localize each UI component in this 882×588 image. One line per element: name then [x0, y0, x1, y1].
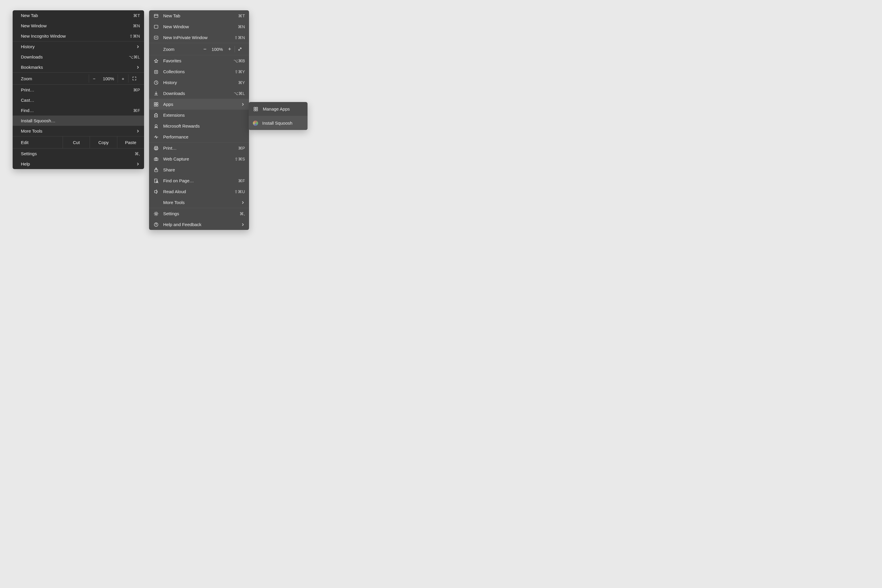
menu-item-cast[interactable]: Cast…	[13, 95, 144, 105]
label: Favorites	[163, 58, 233, 63]
shortcut: ⇧⌘N	[234, 35, 245, 40]
menu-item-share[interactable]: Share	[149, 164, 249, 175]
shortcut: ⌥⌘L	[129, 55, 140, 59]
label: Find on Page…	[163, 178, 238, 183]
camera-icon	[153, 156, 159, 162]
label: New InPrivate Window	[163, 35, 234, 40]
extensions-icon	[153, 112, 159, 118]
menu-item-read-aloud[interactable]: Read Aloud ⇧⌘U	[149, 186, 249, 197]
menu-item-help[interactable]: Help	[13, 159, 144, 169]
apps-submenu: Manage Apps Install Squoosh	[249, 102, 308, 130]
submenu-item-manage-apps[interactable]: Manage Apps	[249, 102, 308, 116]
shortcut: ⇧⌘S	[235, 157, 245, 161]
read-aloud-icon	[153, 189, 159, 195]
shortcut: ⌘T	[238, 14, 245, 18]
chevron-right-icon	[136, 45, 140, 49]
label: Cast…	[21, 98, 140, 103]
menu-item-downloads[interactable]: Downloads ⌥⌘L	[149, 88, 249, 99]
search-page-icon	[153, 178, 159, 184]
star-icon	[153, 58, 159, 64]
label: Print…	[21, 87, 133, 92]
label: Install Squoosh	[262, 120, 303, 126]
svg-rect-7	[154, 104, 156, 106]
menu-item-downloads[interactable]: Downloads ⌥⌘L	[13, 52, 144, 62]
shortcut: ⌘N	[133, 24, 140, 28]
menu-item-apps[interactable]: Apps	[149, 99, 249, 110]
menu-item-rewards[interactable]: Microsoft Rewards	[149, 120, 249, 131]
cut-button[interactable]: Cut	[63, 136, 90, 148]
window-icon	[153, 24, 159, 30]
label: Apps	[163, 102, 241, 107]
menu-item-new-window[interactable]: New Window ⌘N	[13, 21, 144, 31]
download-icon	[153, 90, 159, 96]
svg-rect-6	[156, 102, 158, 104]
zoom-in-button[interactable]: +	[225, 46, 235, 52]
menu-item-new-incognito[interactable]: New Incognito Window ⇧⌘N	[13, 31, 144, 41]
squoosh-app-icon	[253, 120, 258, 126]
label: New Incognito Window	[21, 33, 129, 39]
label: Manage Apps	[263, 106, 303, 111]
label: Downloads	[163, 91, 234, 96]
zoom-out-button[interactable]: −	[200, 46, 210, 52]
chevron-right-icon	[136, 129, 140, 133]
svg-rect-8	[156, 104, 158, 106]
menu-item-more-tools[interactable]: More Tools	[149, 197, 249, 208]
label: Bookmarks	[21, 64, 136, 70]
edge-overflow-menu: New Tab ⌘T New Window ⌘N New InPrivate W…	[149, 10, 249, 230]
menu-item-find-on-page[interactable]: Find on Page… ⌘F	[149, 175, 249, 186]
menu-item-history[interactable]: History ⌘Y	[149, 77, 249, 88]
label: Collections	[163, 69, 235, 74]
menu-item-new-tab[interactable]: New Tab ⌘T	[149, 10, 249, 21]
menu-item-install-app[interactable]: Install Squoosh…	[13, 116, 144, 126]
label: Print…	[163, 146, 238, 150]
menu-item-new-inprivate[interactable]: New InPrivate Window ⇧⌘N	[149, 32, 249, 43]
shortcut: ⌘P	[238, 146, 245, 150]
gear-icon	[153, 211, 159, 217]
paste-button[interactable]: Paste	[117, 136, 144, 148]
shortcut: ⇧⌘Y	[235, 69, 245, 74]
menu-item-print[interactable]: Print… ⌘P	[149, 142, 249, 153]
svg-rect-23	[256, 109, 258, 111]
label: History	[21, 44, 136, 49]
help-icon	[153, 222, 159, 228]
menu-item-new-tab[interactable]: New Tab ⌘T	[13, 10, 144, 21]
menu-item-new-window[interactable]: New Window ⌘N	[149, 21, 249, 32]
menu-item-help-feedback[interactable]: Help and Feedback	[149, 219, 249, 230]
menu-item-web-capture[interactable]: Web Capture ⇧⌘S	[149, 153, 249, 164]
shortcut: ⌘Y	[238, 80, 245, 85]
label: New Tab	[21, 13, 133, 18]
shortcut: ⌘P	[133, 88, 140, 92]
menu-item-performance[interactable]: Performance	[149, 131, 249, 142]
menu-item-print[interactable]: Print… ⌘P	[13, 85, 144, 95]
zoom-in-button[interactable]: +	[118, 74, 128, 82]
menu-item-find[interactable]: Find… ⌘F	[13, 105, 144, 116]
shortcut: ⌘N	[238, 24, 245, 29]
menu-item-bookmarks[interactable]: Bookmarks	[13, 62, 144, 72]
svg-rect-20	[254, 107, 255, 108]
menu-item-settings[interactable]: Settings ⌘,	[13, 148, 144, 159]
menu-item-more-tools[interactable]: More Tools	[13, 126, 144, 136]
shortcut: ⇧⌘U	[234, 189, 245, 194]
label: New Window	[21, 23, 133, 28]
menu-item-settings[interactable]: Settings ⌘,	[149, 208, 249, 219]
label: More Tools	[21, 129, 136, 134]
share-icon	[153, 167, 159, 173]
menu-item-history[interactable]: History	[13, 42, 144, 52]
print-icon	[153, 145, 159, 151]
fullscreen-button[interactable]	[235, 47, 245, 51]
shortcut: ⌘,	[240, 212, 245, 216]
zoom-out-button[interactable]: −	[89, 74, 99, 82]
menu-item-favorites[interactable]: Favorites ⌥⌘B	[149, 55, 249, 66]
svg-rect-0	[154, 14, 158, 17]
submenu-item-install-app[interactable]: Install Squoosh	[249, 116, 308, 130]
menu-item-extensions[interactable]: Extensions	[149, 110, 249, 120]
copy-button[interactable]: Copy	[90, 136, 117, 148]
svg-point-18	[155, 213, 157, 214]
svg-point-14	[155, 159, 157, 160]
fullscreen-button[interactable]	[128, 74, 140, 82]
chevron-right-icon	[241, 201, 245, 205]
zoom-value: 100%	[99, 76, 118, 81]
label: Microsoft Rewards	[163, 123, 245, 129]
menu-item-collections[interactable]: Collections ⇧⌘Y	[149, 66, 249, 77]
label: Read Aloud	[163, 189, 234, 194]
